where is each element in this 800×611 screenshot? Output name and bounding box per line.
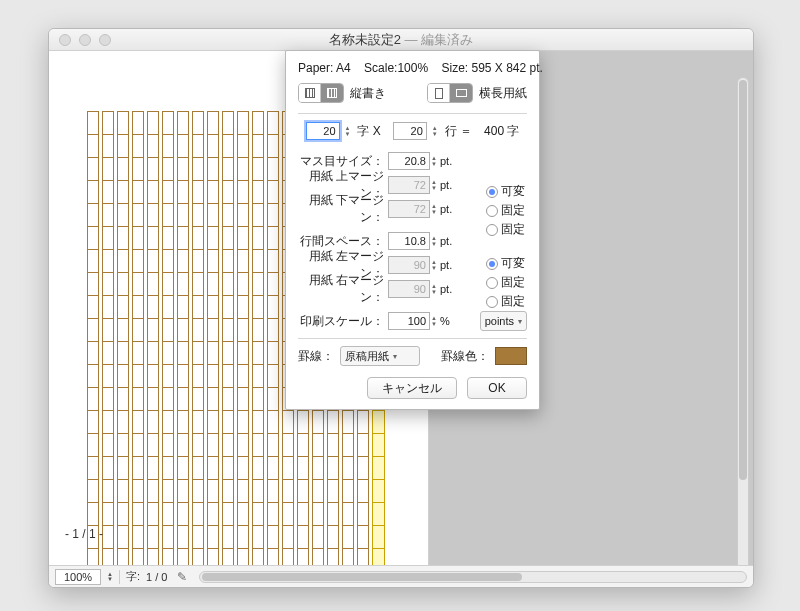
pt-unit: pt. — [440, 259, 460, 271]
charpos-value: 1 / 0 — [146, 571, 167, 583]
minimize-icon[interactable] — [79, 34, 91, 46]
cancel-button[interactable]: キャンセル — [367, 377, 457, 399]
cell-size-field[interactable]: 20.8 — [388, 152, 430, 170]
paper-orientation-segment[interactable] — [427, 83, 473, 103]
vertical-scrollbar-thumb[interactable] — [739, 80, 747, 480]
char-x-label: 字 X — [357, 123, 380, 140]
line-space-field[interactable]: 10.8 — [388, 232, 430, 250]
radio-icon — [486, 224, 498, 236]
print-scale-field[interactable]: 100 — [388, 312, 430, 330]
fixed-radio-b1[interactable]: 固定 — [486, 274, 525, 291]
zoom-field[interactable]: 100% — [55, 569, 101, 585]
variable-radio-a[interactable]: 可変 — [486, 183, 525, 200]
status-bar: 100% ▲▼ 字: 1 / 0 ✎ — [49, 565, 753, 587]
writing-direction-segment[interactable] — [298, 83, 344, 103]
pt-unit: pt. — [440, 179, 460, 191]
bottom-margin-field[interactable]: 72 — [388, 200, 430, 218]
print-scale-row: 印刷スケール： 100 ▲▼ % points ▾ — [298, 310, 527, 332]
vertical-writing-label: 縦書き — [350, 85, 386, 102]
radio-icon — [486, 186, 498, 198]
rule-color-label: 罫線色： — [441, 348, 489, 365]
pt-unit: pt. — [440, 235, 460, 247]
scale-value: 100% — [397, 61, 428, 75]
window-title: 名称未設定2 — 編集済み — [49, 31, 753, 49]
landscape-label: 横長用紙 — [479, 85, 527, 102]
zoom-stepper-icon[interactable]: ▲▼ — [107, 572, 113, 582]
right-margin-stepper-icon[interactable]: ▲▼ — [431, 283, 437, 295]
landscape-icon — [456, 89, 467, 97]
unit-select[interactable]: points ▾ — [480, 311, 527, 331]
zoom-icon[interactable] — [99, 34, 111, 46]
radio-icon — [486, 258, 498, 270]
line-space-label: 行間スペース： — [298, 233, 388, 250]
fixed-radio-a1[interactable]: 固定 — [486, 202, 525, 219]
rule-color-chip[interactable] — [495, 347, 527, 365]
cell-variability-radios: 可変 固定 固定 — [486, 183, 525, 238]
close-icon[interactable] — [59, 34, 71, 46]
bottom-margin-label: 用紙 下マージン： — [298, 192, 388, 226]
right-margin-field[interactable]: 90 — [388, 280, 430, 298]
pct-unit: % — [440, 315, 460, 327]
rows-stepper-icon[interactable]: ▲▼ — [432, 125, 438, 137]
paper-info-row: Paper: A4 Scale:100% Size: 595 X 842 pt. — [298, 61, 527, 75]
portrait-icon — [435, 88, 443, 99]
paper-value: A4 — [336, 61, 351, 75]
columns-stepper-icon[interactable]: ▲▼ — [345, 125, 351, 137]
orientation-row: 縦書き 横長用紙 — [298, 83, 527, 103]
rows-field[interactable]: 20 — [393, 122, 427, 140]
horizontal-writing-button[interactable] — [299, 84, 321, 102]
scale-label: Scale: — [364, 61, 397, 75]
page-setup-panel: Paper: A4 Scale:100% Size: 595 X 842 pt.… — [285, 50, 540, 410]
modified-label: 編集済み — [421, 32, 473, 47]
rule-select[interactable]: 原稿用紙 ▾ — [340, 346, 420, 366]
grid-calc-row: 20 ▲▼ 字 X 20 ▲▼ 行 ＝ 400 字 — [298, 120, 527, 142]
total-chars-label: 400 字 — [484, 123, 519, 140]
dialog-buttons: キャンセル OK — [298, 377, 527, 399]
landscape-button[interactable] — [450, 84, 472, 102]
titlebar: 名称未設定2 — 編集済み — [49, 29, 753, 51]
unit-select-label: points — [485, 315, 514, 327]
columns-field[interactable]: 20 — [306, 122, 340, 140]
page-number: - 1 / 1 - — [65, 527, 103, 541]
vertical-lines-icon — [327, 88, 337, 98]
vertical-scrollbar[interactable] — [737, 77, 749, 565]
title-text: 名称未設定2 — [329, 32, 401, 47]
horizontal-scrollbar-thumb[interactable] — [202, 573, 522, 581]
line-variability-radios: 可変 固定 固定 — [486, 255, 525, 310]
rule-label: 罫線： — [298, 348, 334, 365]
pt-unit: pt. — [440, 283, 460, 295]
fixed-radio-a2[interactable]: 固定 — [486, 221, 525, 238]
radio-icon — [486, 296, 498, 308]
pencil-icon[interactable]: ✎ — [177, 570, 187, 584]
portrait-button[interactable] — [428, 84, 450, 102]
paper-label: Paper: — [298, 61, 333, 75]
traffic-lights — [59, 34, 111, 46]
size-label: Size: — [441, 61, 468, 75]
left-margin-stepper-icon[interactable]: ▲▼ — [431, 259, 437, 271]
chevron-down-icon: ▾ — [393, 352, 397, 361]
rule-row: 罫線： 原稿用紙 ▾ 罫線色： — [298, 345, 527, 367]
left-margin-field[interactable]: 90 — [388, 256, 430, 274]
right-margin-label: 用紙 右マージン： — [298, 272, 388, 306]
charpos-label: 字: — [126, 569, 140, 584]
pt-unit: pt. — [440, 203, 460, 215]
print-scale-stepper-icon[interactable]: ▲▼ — [431, 315, 437, 327]
ok-button[interactable]: OK — [467, 377, 527, 399]
horizontal-scrollbar[interactable] — [199, 571, 747, 583]
cell-size-stepper-icon[interactable]: ▲▼ — [431, 155, 437, 167]
line-space-stepper-icon[interactable]: ▲▼ — [431, 235, 437, 247]
top-margin-field[interactable]: 72 — [388, 176, 430, 194]
radio-icon — [486, 205, 498, 217]
radio-icon — [486, 277, 498, 289]
horizontal-lines-icon — [305, 88, 315, 98]
vertical-writing-button[interactable] — [321, 84, 343, 102]
rule-select-value: 原稿用紙 — [345, 349, 389, 364]
fixed-radio-b2[interactable]: 固定 — [486, 293, 525, 310]
cell-size-label: マス目サイズ： — [298, 153, 388, 170]
bottom-margin-stepper-icon[interactable]: ▲▼ — [431, 203, 437, 215]
pt-unit: pt. — [440, 155, 460, 167]
variable-radio-b[interactable]: 可変 — [486, 255, 525, 272]
size-value: 595 X 842 pt. — [472, 61, 543, 75]
top-margin-stepper-icon[interactable]: ▲▼ — [431, 179, 437, 191]
print-scale-label: 印刷スケール： — [298, 313, 388, 330]
